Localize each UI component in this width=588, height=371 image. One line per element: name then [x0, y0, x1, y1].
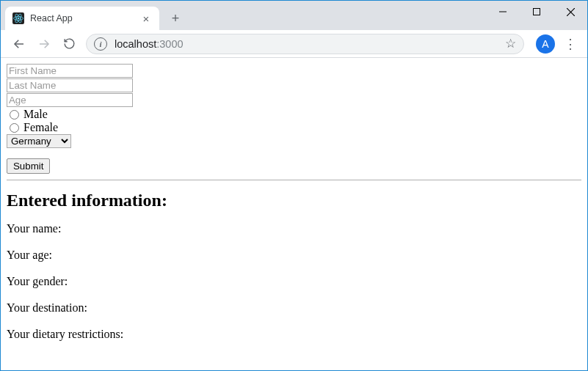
avatar-letter: A	[542, 38, 548, 50]
forward-button[interactable]	[32, 32, 57, 56]
window-controls	[486, 1, 587, 30]
react-logo-icon	[12, 12, 24, 24]
first-name-input[interactable]	[7, 64, 133, 78]
output-gender: Your gender:	[7, 275, 581, 288]
browser-toolbar: i localhost:3000 ☆ A ⋮	[1, 30, 587, 58]
gender-female-option[interactable]: Female	[10, 121, 581, 134]
entered-info-heading: Entered information:	[7, 191, 581, 210]
minimize-button[interactable]	[486, 1, 520, 23]
new-tab-button[interactable]: +	[165, 8, 186, 29]
output-diet: Your dietary restrictions:	[7, 328, 581, 341]
gender-male-option[interactable]: Male	[10, 108, 581, 121]
close-tab-icon[interactable]: ×	[140, 12, 152, 24]
output-name: Your name:	[7, 222, 581, 235]
gender-female-radio[interactable]	[10, 123, 19, 133]
age-input[interactable]	[7, 93, 133, 107]
submit-button[interactable]: Submit	[7, 158, 50, 174]
tab-title: React App	[30, 13, 140, 23]
svg-rect-6	[534, 9, 540, 15]
output-destination: Your destination:	[7, 301, 581, 315]
gender-male-radio[interactable]	[10, 110, 19, 120]
url-text: localhost:3000	[115, 38, 184, 50]
site-info-icon[interactable]: i	[94, 37, 107, 51]
destination-select[interactable]: Germany	[7, 134, 71, 148]
output-age: Your age:	[7, 249, 581, 262]
profile-avatar[interactable]: A	[536, 34, 555, 54]
last-name-input[interactable]	[7, 78, 133, 92]
tab-strip: React App × +	[1, 1, 186, 30]
maximize-button[interactable]	[520, 1, 553, 23]
close-window-button[interactable]	[553, 1, 587, 23]
address-bar[interactable]: i localhost:3000 ☆	[86, 34, 524, 54]
back-button[interactable]	[7, 32, 32, 56]
window-titlebar: React App × +	[1, 1, 587, 30]
bookmark-star-icon[interactable]: ☆	[505, 36, 516, 51]
gender-male-label: Male	[23, 108, 48, 121]
browser-tab[interactable]: React App ×	[5, 7, 159, 30]
reload-button[interactable]	[57, 32, 81, 56]
divider	[7, 180, 581, 180]
browser-menu-button[interactable]: ⋮	[559, 36, 581, 52]
svg-point-1	[18, 18, 20, 20]
page-content: Male Female Germany Submit Entered infor…	[1, 58, 587, 360]
gender-female-label: Female	[23, 121, 58, 134]
